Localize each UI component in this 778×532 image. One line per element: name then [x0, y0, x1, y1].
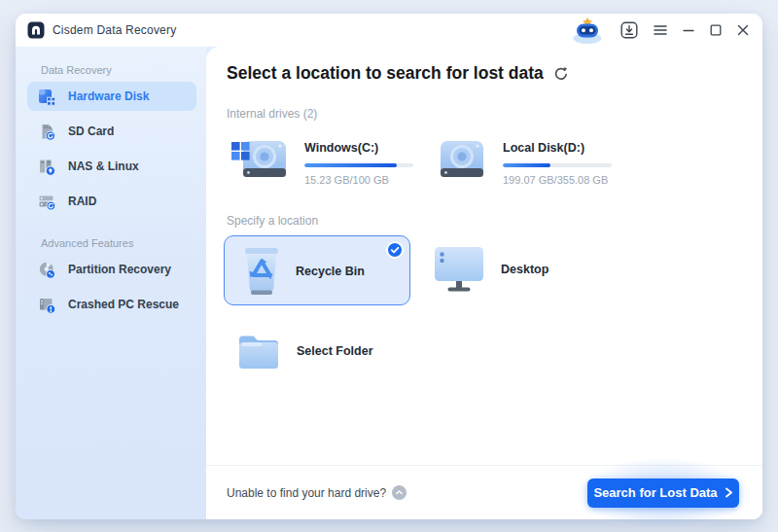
partition-recovery-icon	[38, 261, 56, 279]
window-title: Cisdem Data Recovery	[53, 23, 176, 37]
raid-icon	[38, 193, 56, 211]
titlebar-controls	[570, 17, 749, 44]
sidebar: Data Recovery Hardware Disk	[16, 47, 206, 519]
hardware-disk-icon	[38, 88, 56, 106]
drive-local-d[interactable]: Local Disk(D:) 199.07 GB/355.08 GB	[434, 136, 612, 186]
search-for-lost-data-button[interactable]: Search for Lost Data	[587, 479, 739, 508]
desktop-icon	[433, 245, 485, 294]
page-title: Select a location to search for lost dat…	[227, 63, 544, 84]
location-recycle-bin[interactable]: Recycle Bin	[224, 235, 410, 305]
cisdem-logo-icon	[27, 21, 45, 39]
chevron-up-icon[interactable]	[392, 485, 407, 500]
sd-card-icon	[38, 123, 56, 141]
selected-check-icon	[386, 241, 404, 259]
hard-drive-windows-icon	[230, 136, 292, 185]
location-desktop[interactable]: Desktop	[433, 245, 548, 294]
drive-capacity: 199.07 GB/355.08 GB	[503, 174, 612, 186]
sidebar-item-partition-recovery[interactable]: Partition Recovery	[27, 255, 196, 284]
menu-icon[interactable]	[654, 24, 667, 36]
folder-icon	[236, 331, 281, 372]
app-window: Cisdem Data Recovery	[16, 14, 762, 519]
location-select-folder[interactable]: Select Folder	[236, 331, 373, 372]
drive-windows-c[interactable]: Windows(C:) 15.23 GB/100 GB	[230, 136, 413, 186]
sidebar-item-hardware-disk[interactable]: Hardware Disk	[27, 82, 196, 111]
drive-usage-bar	[503, 163, 612, 167]
chevron-right-icon	[725, 487, 733, 498]
recycle-bin-icon	[240, 245, 283, 298]
drive-name: Windows(C:)	[304, 141, 413, 155]
location-label: Recycle Bin	[296, 265, 365, 278]
help-text: Unable to find your hard drive?	[227, 486, 386, 500]
sidebar-item-nas-linux[interactable]: NAS & Linux	[27, 152, 196, 181]
section-data-recovery: Data Recovery	[41, 64, 112, 76]
sidebar-item-sd-card[interactable]: SD Card	[27, 117, 196, 146]
footer-bar: Unable to find your hard drive? Search f…	[206, 465, 762, 519]
drive-name: Local Disk(D:)	[503, 141, 612, 155]
drive-usage-bar	[304, 163, 413, 167]
update-icon[interactable]	[620, 21, 638, 39]
sidebar-item-crashed-pc-rescue[interactable]: Crashed PC Rescue	[27, 290, 196, 319]
sidebar-item-label: NAS & Linux	[68, 160, 139, 173]
location-label: Desktop	[501, 263, 548, 276]
sidebar-item-label: Hardware Disk	[68, 89, 149, 103]
section-advanced-features: Advanced Features	[41, 237, 133, 249]
hard-drive-icon	[434, 136, 490, 185]
main-panel: Select a location to search for lost dat…	[206, 47, 762, 519]
titlebar: Cisdem Data Recovery	[16, 14, 762, 47]
sidebar-item-label: Crashed PC Rescue	[68, 298, 179, 311]
close-icon[interactable]	[737, 24, 749, 36]
refresh-icon[interactable]	[553, 66, 569, 82]
crashed-pc-rescue-icon	[38, 296, 56, 314]
maximize-icon[interactable]	[710, 24, 722, 36]
sidebar-item-label: SD Card	[68, 124, 114, 138]
assistant-mascot-icon[interactable]	[570, 17, 605, 44]
sidebar-item-label: RAID	[68, 195, 96, 208]
internal-drives-label: Internal drives (2)	[227, 107, 317, 121]
location-label: Select Folder	[297, 344, 373, 358]
drive-capacity: 15.23 GB/100 GB	[304, 174, 413, 186]
sidebar-item-label: Partition Recovery	[68, 263, 171, 276]
sidebar-item-raid[interactable]: RAID	[27, 187, 196, 216]
nas-linux-icon	[38, 158, 56, 176]
specify-location-label: Specify a location	[227, 214, 318, 228]
minimize-icon[interactable]	[683, 24, 694, 36]
